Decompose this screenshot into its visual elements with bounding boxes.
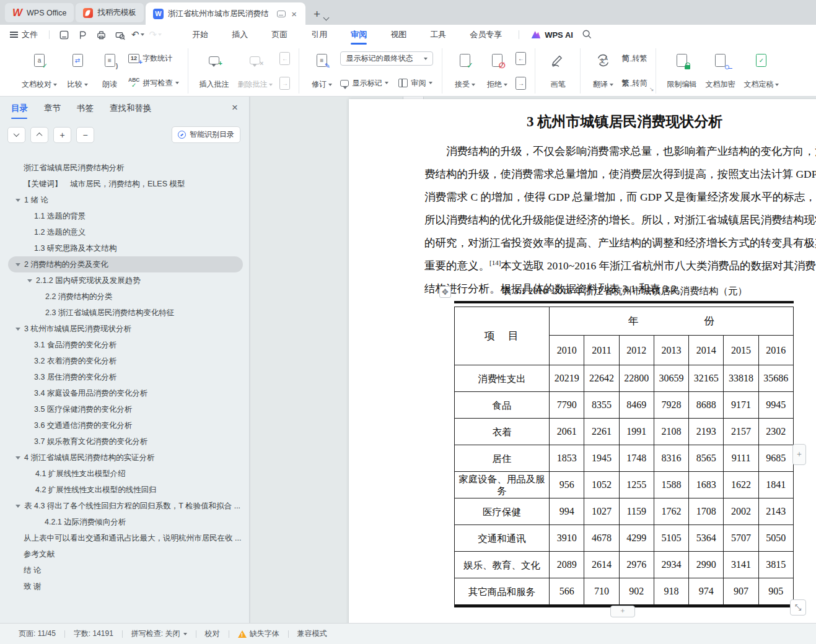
toc-item[interactable]: 3.3 居住消费的变化分析	[8, 369, 243, 385]
toc-item[interactable]: 2.3 浙江省城镇居民消费结构变化特征	[8, 305, 243, 321]
spellcheck-toggle[interactable]: 拼写检查: 关闭	[123, 629, 196, 639]
pen-button[interactable]: 画笔	[542, 48, 574, 94]
simplified-to-traditional-button[interactable]: 简→ 转繁	[621, 51, 647, 65]
export-pdf-button[interactable]	[73, 27, 92, 42]
markup-state-select[interactable]: 显示标记的最终状态	[340, 51, 433, 66]
doc-proof-button[interactable]: a✓ 文档校对	[17, 48, 61, 94]
sidebar-panel-tab[interactable]: 查找和替换	[110, 97, 152, 120]
collapse-all-button[interactable]	[30, 127, 48, 143]
proofread-button[interactable]: 校对	[196, 629, 229, 639]
toc-item[interactable]: 3.4 家庭设备用品消费的变化分析	[8, 385, 243, 401]
expand-arrow-icon[interactable]	[15, 456, 20, 459]
compatibility-mode-indicator[interactable]: 兼容模式	[289, 629, 336, 639]
menu-tab[interactable]: 审阅	[339, 25, 379, 45]
prev-change-button[interactable]: ←	[515, 51, 526, 65]
expand-arrow-icon[interactable]	[15, 263, 20, 266]
save-button[interactable]	[55, 27, 73, 42]
read-aloud-button[interactable]: ≡) 朗读	[94, 48, 126, 94]
expand-arrow-icon[interactable]	[15, 505, 20, 508]
menu-tab[interactable]: 视图	[379, 25, 418, 45]
smart-toc-button[interactable]: 智能识别目录	[172, 126, 240, 143]
toc-item[interactable]: 2.1.2 国内研究现状及发展趋势	[8, 272, 243, 289]
wps-ai-button[interactable]: WPS AI	[530, 30, 573, 40]
encrypt-document-button[interactable]: 文档加密	[701, 48, 739, 94]
compare-button[interactable]: ⇄ 比较	[61, 48, 94, 94]
toc-item[interactable]: 1.2 选题的意义	[8, 224, 243, 240]
toc-item[interactable]: 结 论	[8, 562, 243, 578]
menu-tab[interactable]: 开始	[180, 25, 220, 45]
add-column-button[interactable]: +	[792, 444, 806, 465]
toc-item[interactable]: 3.5 医疗保健消费的变化分析	[8, 401, 243, 417]
toc-item[interactable]: 3.6 交通通信消费的变化分析	[8, 417, 243, 433]
menu-tab[interactable]: 页面	[260, 25, 299, 45]
word-count-indicator[interactable]: 字数: 14191	[65, 629, 122, 639]
tab-document[interactable]: W 浙江省杭州市城市居民消费结 ×	[146, 2, 305, 25]
toc-item[interactable]: 1.1 选题的背景	[8, 208, 243, 224]
print-button[interactable]	[92, 27, 110, 42]
print-preview-button[interactable]	[110, 27, 129, 42]
show-markup-button[interactable]: 显示标记	[340, 76, 388, 90]
missing-font-warning[interactable]: 缺失字体	[229, 629, 288, 639]
toc-item[interactable]: 4 浙江省城镇居民消费结构的实证分析	[8, 450, 243, 466]
toc-item[interactable]: 4.2.1 边际消费倾向分析	[8, 514, 243, 530]
redo-button[interactable]: ↷	[149, 29, 162, 40]
tab-wps-home[interactable]: W WPS Office	[5, 3, 74, 22]
tab-docer-templates[interactable]: 找稻壳模板	[76, 3, 144, 22]
insert-comment-button[interactable]: + 插入批注	[195, 48, 233, 94]
translate-button[interactable]: 文A 翻译	[587, 48, 619, 94]
reject-button[interactable]: ∅ 拒绝	[481, 48, 513, 94]
accept-button[interactable]: ✓ 接受	[449, 48, 481, 94]
undo-button[interactable]: ↶	[131, 29, 144, 40]
sidebar-close-icon[interactable]: ×	[232, 102, 238, 114]
toc-item[interactable]: 参考文献	[8, 546, 243, 562]
sidebar-panel-tab[interactable]: 书签	[77, 97, 94, 120]
toc-item[interactable]: 3.2 衣着消费的变化分析	[8, 353, 243, 369]
toc-item[interactable]: 3.1 食品消费的变化分析	[8, 337, 243, 353]
tab-list-chevron-icon[interactable]	[323, 15, 330, 21]
file-menu-button[interactable]: 文件	[0, 25, 44, 45]
expand-arrow-icon[interactable]	[15, 328, 20, 331]
page-indicator[interactable]: 页面: 11/45	[10, 629, 64, 639]
table-resize-handle[interactable]: ⤡	[790, 599, 806, 616]
menu-tab[interactable]: 引用	[299, 25, 339, 45]
document-page[interactable]: 3 杭州市城镇居民消费现状分析 消费结构的升级，不仅会影响消费需求总量，也影响着…	[349, 99, 816, 623]
toc-item[interactable]: 3.7 娱乐教育文化消费的变化分析	[8, 433, 243, 450]
expand-all-button[interactable]	[7, 127, 25, 143]
search-icon[interactable]	[582, 29, 592, 41]
sidebar-panel-tab[interactable]: 章节	[44, 97, 61, 120]
toc-item[interactable]: 4.2 扩展性线性支出模型的线性回归	[8, 482, 243, 498]
zoom-out-outline-button[interactable]: −	[76, 127, 94, 143]
toc-item[interactable]: 致 谢	[8, 578, 243, 594]
close-tab-icon[interactable]: ×	[290, 9, 298, 19]
toc-item[interactable]: 1.3 研究思路及本文结构	[8, 240, 243, 256]
expand-arrow-icon[interactable]	[15, 199, 20, 202]
add-row-button[interactable]: +	[610, 606, 635, 617]
toc-item[interactable]: 2 消费结构的分类及变化	[8, 256, 243, 272]
finalize-document-button[interactable]: ✓ 文档定稿	[739, 48, 783, 94]
menu-tab[interactable]: 插入	[220, 25, 260, 45]
expand-arrow-icon[interactable]	[27, 279, 32, 282]
restrict-editing-button[interactable]: 限制编辑	[662, 48, 701, 94]
toc-item[interactable]: 浙江省城镇居民消费结构分析	[8, 160, 243, 176]
next-change-button[interactable]: →	[515, 76, 526, 90]
undo-chevron-icon[interactable]	[141, 33, 144, 36]
track-changes-button[interactable]: ≡✎ 修订	[305, 48, 338, 94]
toc-item[interactable]: 2.2 消费结构的分类	[8, 289, 243, 305]
review-pane-button[interactable]: 审阅	[398, 76, 432, 90]
menu-tab[interactable]: 工具	[418, 25, 458, 45]
toc-item[interactable]: 【关键词】 城市居民，消费结构，ELES 模型	[8, 176, 243, 192]
spell-check-button[interactable]: ABC✓ 拼写检查	[128, 76, 179, 90]
sidebar-panel-tab[interactable]: 目录	[11, 97, 28, 120]
word-count-button[interactable]: 12+ 字数统计	[128, 51, 179, 65]
new-tab-button[interactable]: +	[314, 8, 320, 20]
toc-item[interactable]: 表 4.3 得出了各个线性回归方程的回归系数，T 检验值和拟合 ...	[8, 498, 243, 514]
dialog-launcher-icon[interactable]: ↘	[649, 86, 654, 92]
traditional-to-simplified-button[interactable]: 繁→ 转简	[621, 76, 647, 90]
table-move-handle[interactable]: ✥	[439, 286, 451, 298]
toc-item[interactable]: 1 绪 论	[8, 192, 243, 208]
toc-item[interactable]: 3 杭州市城镇居民消费现状分析	[8, 321, 243, 337]
zoom-in-outline-button[interactable]: +	[53, 127, 71, 143]
toc-item[interactable]: 从上表中可以看出交通和通讯占比最大，说明杭州市居民在收 ...	[8, 530, 243, 546]
menu-tab[interactable]: 会员专享	[458, 25, 514, 45]
toc-item[interactable]: 4.1 扩展线性支出模型介绍	[8, 466, 243, 482]
